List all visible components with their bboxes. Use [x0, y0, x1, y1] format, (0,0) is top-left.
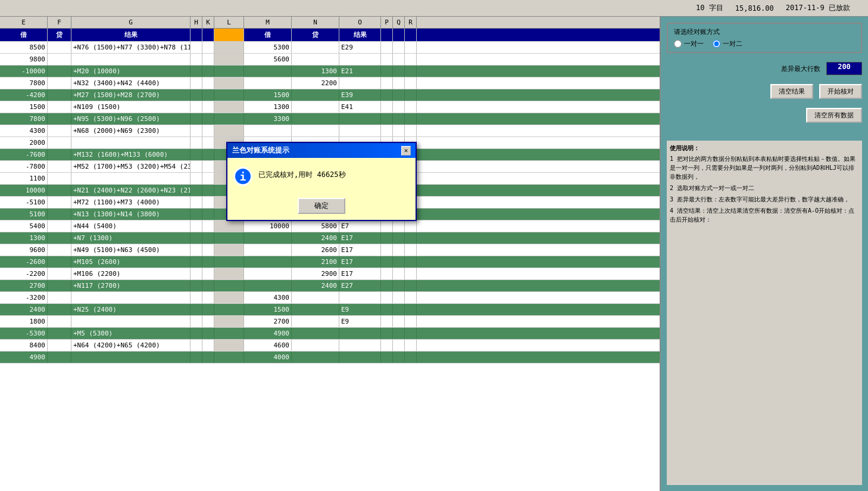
cell-R: [405, 256, 417, 268]
cell-E: 2400: [0, 304, 48, 315]
cell-H: [191, 232, 202, 244]
cell-O: E17: [339, 256, 381, 268]
radio-one-to-one-input[interactable]: [674, 40, 682, 48]
clear-results-button[interactable]: 清空结果: [770, 84, 813, 99]
table-row: 7800+N95 (5300)+N96 (2500)3300: [0, 113, 660, 125]
cell-H: [191, 220, 202, 232]
cell-N: 2200: [292, 77, 339, 89]
radio-one-to-two-label: 一对二: [723, 39, 742, 48]
cell-G: +M27 (1500)+M28 (2700): [71, 89, 191, 101]
col-header-E: E: [0, 17, 48, 28]
cell-Q: [393, 54, 405, 65]
col-header-G: G: [71, 17, 191, 28]
cell-M: [244, 268, 292, 279]
cell-F: [48, 101, 71, 113]
cell-M: 1300: [244, 101, 292, 113]
cell-Q: [393, 268, 405, 279]
spreadsheet: E F G H K L M N O P Q R 借 贷 结果 借 贷 结果: [0, 17, 660, 491]
cell-R: [405, 77, 417, 89]
cell-R: [405, 328, 417, 339]
cell-N: [292, 42, 339, 53]
table-row: -10000+M20 (10000)1300E21: [0, 66, 660, 77]
cell-L: [214, 113, 244, 125]
cell-O: [339, 113, 381, 125]
cell-N: [292, 328, 339, 339]
top-text1: 10 字目: [696, 3, 723, 13]
cell-R: [405, 316, 417, 327]
table-row: 98005600: [0, 54, 660, 66]
cell-P: [381, 328, 393, 339]
cell-H: [191, 77, 202, 89]
radio-one-to-two[interactable]: 一对二: [713, 39, 742, 48]
cell-G: +N76 (1500)+N77 (3300)+N78 (1100)+N79 (2: [71, 42, 191, 53]
cell-N: 2400: [292, 280, 339, 291]
cell-L: [214, 280, 244, 291]
cell-O: [339, 125, 381, 136]
cell-H: [191, 256, 202, 268]
cell-E: -10000: [0, 66, 48, 77]
radio-one-to-two-input[interactable]: [713, 40, 720, 48]
cell-O: E21: [339, 66, 381, 77]
max-rows-input[interactable]: 200: [826, 62, 862, 75]
cell-H: [191, 185, 202, 196]
cell-O: E7: [339, 220, 381, 232]
top-text3: 2017-11-9 已放款: [786, 3, 850, 13]
clear-all-button[interactable]: 清空所有数据: [806, 108, 862, 123]
cell-R: [405, 101, 417, 113]
subh-L: [214, 29, 244, 41]
cell-R: [405, 232, 417, 244]
cell-G: +N49 (5100)+N63 (4500): [71, 244, 191, 256]
cell-N: [292, 304, 339, 315]
dialog-title: 兰色对账系统提示: [232, 145, 289, 156]
cell-E: -5100: [0, 197, 48, 208]
cell-E: 8500: [0, 42, 48, 53]
cell-R: [405, 66, 417, 77]
cell-G: +M52 (1700)+M53 (3200)+M54 (2300): [71, 161, 191, 172]
cell-K: [202, 220, 214, 232]
cell-F: [48, 185, 71, 196]
cell-H: [191, 173, 202, 184]
cell-N: [292, 352, 339, 363]
table-row: 18002700E9: [0, 316, 660, 328]
cell-M: 1500: [244, 89, 292, 101]
dialog-close-button[interactable]: ✕: [401, 146, 411, 156]
cell-L: [214, 42, 244, 53]
table-row: -2200+M106 (2200)2900E17: [0, 268, 660, 280]
cell-P: [381, 316, 393, 327]
cell-P: [381, 125, 393, 136]
cell-L: [214, 220, 244, 232]
cell-Q: [393, 292, 405, 303]
dialog-window[interactable]: 兰色对账系统提示 ✕ i 已完成核对,用时 46625秒 确定: [226, 142, 417, 221]
cell-E: -3200: [0, 292, 48, 303]
cell-G: +N32 (3400)+N42 (4400): [71, 77, 191, 89]
start-check-button[interactable]: 开始核对: [819, 84, 862, 99]
cell-K: [202, 280, 214, 291]
cell-L: [214, 352, 244, 363]
cell-R: [405, 220, 417, 232]
radio-one-to-one[interactable]: 一对一: [674, 39, 704, 48]
cell-H: [191, 304, 202, 315]
cell-O: E9: [339, 304, 381, 315]
cell-E: 1800: [0, 316, 48, 327]
cell-P: [381, 54, 393, 65]
cell-E: -5300: [0, 328, 48, 339]
max-rows-row: 差异最大行数 200: [667, 62, 862, 75]
table-row: 1300+N7 (1300)2400E17: [0, 232, 660, 244]
cell-P: [381, 113, 393, 125]
cell-L: [214, 232, 244, 244]
cell-G: +M132 (1600)+M133 (6000): [71, 149, 191, 160]
cell-E: 1300: [0, 232, 48, 244]
dialog-ok-button[interactable]: 确定: [298, 198, 345, 214]
cell-H: [191, 197, 202, 208]
cell-K: [202, 137, 214, 148]
cell-N: 1300: [292, 66, 339, 77]
cell-L: [214, 77, 244, 89]
dialog-body: i 已完成核对,用时 46625秒: [227, 158, 416, 195]
cell-H: [191, 54, 202, 65]
cell-Q: [393, 256, 405, 268]
table-row: -4200+M27 (1500)+M28 (2700)1500E39: [0, 89, 660, 101]
col-header-N: N: [292, 17, 339, 28]
cell-R: [405, 113, 417, 125]
cell-G: +N44 (5400): [71, 220, 191, 232]
subh-P: [381, 29, 393, 41]
